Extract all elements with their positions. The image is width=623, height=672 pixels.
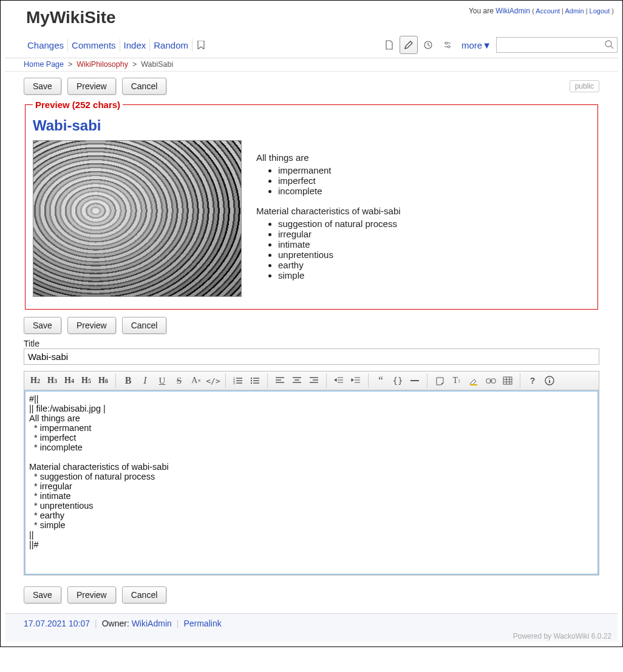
h5-button[interactable]: H5: [78, 373, 95, 389]
edit-page-icon[interactable]: [400, 36, 418, 54]
h3-button[interactable]: H3: [44, 373, 61, 389]
owner-link[interactable]: WikiAdmin: [132, 619, 172, 628]
preview-button[interactable]: Preview: [67, 78, 116, 95]
preview-line2: Material characteristics of wabi-sabi: [256, 206, 590, 216]
nav-changes[interactable]: Changes: [24, 39, 68, 52]
preview-panel: Preview (252 chars) Wabi-sabi All things…: [25, 100, 598, 310]
user-prefix: You are: [469, 7, 495, 15]
info-button[interactable]: [541, 373, 558, 389]
help-button[interactable]: ?: [524, 373, 541, 389]
nav-comments[interactable]: Comments: [68, 39, 120, 52]
svg-point-7: [251, 378, 252, 379]
indent-button[interactable]: [347, 373, 364, 389]
list-item: imperfect: [278, 175, 590, 186]
list-item: intimate: [278, 239, 590, 249]
search-icon[interactable]: [604, 39, 614, 49]
footer-date[interactable]: 17.07.2021 10:07: [24, 619, 90, 628]
svg-point-1: [445, 42, 448, 44]
owner-label: Owner:: [102, 619, 132, 628]
svg-point-2: [448, 46, 450, 48]
save-button[interactable]: Save: [24, 317, 61, 334]
preview-list1: impermanent imperfect incomplete: [278, 165, 590, 196]
h6-button[interactable]: H6: [95, 373, 112, 389]
preview-line1: All things are: [256, 152, 590, 163]
code-button[interactable]: </>: [205, 373, 222, 389]
powered-link[interactable]: WackoWiki 6.0.22: [553, 632, 611, 640]
clear-format-button[interactable]: A×: [188, 373, 205, 389]
cancel-button[interactable]: Cancel: [122, 317, 167, 334]
h4-button[interactable]: H4: [61, 373, 78, 389]
bold-button[interactable]: B: [120, 373, 137, 389]
title-input[interactable]: [24, 348, 599, 365]
list-item: incomplete: [278, 186, 590, 196]
list-item: irregular: [278, 229, 590, 239]
save-button[interactable]: Save: [24, 586, 61, 603]
list-item: simple: [278, 270, 590, 280]
table-button[interactable]: [499, 373, 516, 389]
braces-button[interactable]: {}: [389, 373, 406, 389]
user-name-link[interactable]: WikiAdmin: [495, 7, 530, 15]
note-button[interactable]: [431, 373, 448, 389]
preview-title: Wabi-sabi: [33, 117, 590, 134]
list-item: suggestion of natural process: [278, 219, 590, 229]
outdent-button[interactable]: [330, 373, 347, 389]
align-right-button[interactable]: [305, 373, 322, 389]
more-menu[interactable]: more▼: [458, 40, 495, 50]
editor-textarea[interactable]: [24, 390, 599, 575]
link-button[interactable]: [482, 373, 499, 389]
preview-button[interactable]: Preview: [67, 317, 116, 334]
save-button[interactable]: Save: [24, 78, 61, 95]
svg-text:3: 3: [233, 381, 235, 385]
underline-button[interactable]: U: [154, 373, 171, 389]
show-page-icon[interactable]: [380, 36, 398, 54]
list-item: impermanent: [278, 165, 590, 175]
svg-rect-12: [503, 377, 512, 384]
preview-button[interactable]: Preview: [67, 586, 116, 603]
nav-random[interactable]: Random: [150, 39, 192, 52]
preview-legend: Preview (252 chars): [33, 100, 123, 110]
list-item: unpretentious: [278, 249, 590, 260]
cancel-button[interactable]: Cancel: [122, 586, 167, 603]
search-input[interactable]: [496, 37, 618, 53]
user-bar: You are WikiAdmin ( Account | Admin | Lo…: [469, 7, 614, 15]
hr-button[interactable]: [406, 373, 423, 389]
quote-button[interactable]: “: [372, 373, 389, 389]
history-icon[interactable]: [419, 36, 437, 54]
breadcrumb-current: WabiSabi: [141, 60, 173, 69]
svg-point-3: [605, 41, 611, 47]
permalink-link[interactable]: Permalink: [183, 619, 221, 628]
title-label: Title: [24, 339, 599, 348]
breadcrumb: Home Page > WikiPhilosophy > WabiSabi: [5, 58, 618, 72]
breadcrumb-home[interactable]: Home Page: [24, 60, 64, 69]
svg-point-9: [251, 382, 252, 384]
preview-list2: suggestion of natural process irregular …: [278, 219, 590, 280]
ordered-list-button[interactable]: 123: [230, 373, 247, 389]
list-item: earthy: [278, 260, 590, 270]
settings-icon[interactable]: [438, 36, 457, 54]
breadcrumb-mid[interactable]: WikiPhilosophy: [77, 60, 128, 69]
admin-link[interactable]: Admin: [565, 7, 584, 15]
logout-link[interactable]: Logout: [590, 7, 610, 15]
preview-image: [33, 140, 242, 297]
cancel-button[interactable]: Cancel: [122, 78, 167, 95]
account-link[interactable]: Account: [536, 7, 560, 15]
textsize-button[interactable]: T↕: [448, 373, 465, 389]
highlight-button[interactable]: [465, 373, 482, 389]
italic-button[interactable]: I: [137, 373, 154, 389]
add-bookmark-icon[interactable]: [192, 41, 209, 49]
nav-index[interactable]: Index: [120, 39, 151, 52]
align-center-button[interactable]: [288, 373, 305, 389]
h2-button[interactable]: H2: [27, 373, 44, 389]
align-left-button[interactable]: [271, 373, 288, 389]
editor-toolbar: H2 H3 H4 H5 H6 B I U S A× </> 123: [24, 372, 599, 390]
powered-prefix: Powered by: [513, 632, 554, 640]
svg-point-8: [251, 380, 252, 381]
strike-button[interactable]: S: [171, 373, 188, 389]
public-badge: public: [570, 80, 599, 92]
unordered-list-button[interactable]: [247, 373, 264, 389]
